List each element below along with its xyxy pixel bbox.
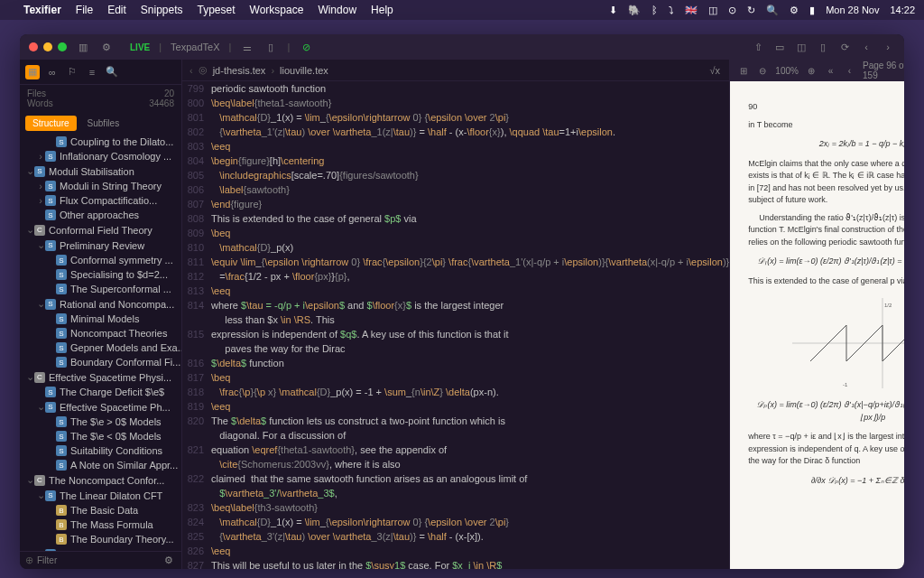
tree-item[interactable]: ›SFlux Compactificatio... [20, 193, 181, 208]
target-icon: ◎ [199, 64, 208, 76]
dropbox-icon[interactable]: ⬇ [609, 5, 617, 16]
titlebar: ▥ ⚙ LIVE | TexpadTeX | ⚌ ▯ | ⊘ ⇧ ▭ ◫ ▯ ⟳… [20, 34, 904, 60]
engine-label[interactable]: TexpadTeX [171, 42, 219, 52]
eq-num: 90 [748, 101, 904, 114]
eq2: 𝒟₁(x) = lim(ε→0) (ε/2π) ϑ'₁(z|τ)/ϑ₁(z|τ)… [748, 256, 904, 268]
prev-result-icon[interactable]: « [825, 63, 836, 78]
zoom-in-icon[interactable]: ⊕ [806, 63, 818, 78]
layout2-icon[interactable]: ◫ [794, 40, 808, 54]
menubar-date[interactable]: Mon 28 Nov [826, 5, 879, 15]
refresh-icon[interactable]: ⟳ [837, 40, 852, 54]
tree-item[interactable]: ⌄CThe Noncompact Confor... [20, 472, 181, 488]
folder-icon[interactable]: ▯ [263, 40, 278, 54]
menubar-time[interactable]: 14:22 [890, 5, 915, 15]
menu-typeset[interactable]: Typeset [198, 4, 236, 16]
grid-icon[interactable]: ⊞ [737, 63, 749, 78]
breadcrumb-file[interactable]: liouville.tex [280, 65, 328, 76]
tree-item[interactable]: SThe $\e < 0$ Models [20, 429, 181, 443]
tree-item[interactable]: ›SInflationary Cosmology ... [20, 149, 181, 163]
check-icon[interactable]: ⊘ [299, 40, 313, 54]
tree-item[interactable]: BThe Boundary Theory... [20, 532, 181, 546]
filter-input[interactable] [37, 555, 158, 565]
sidebar-toggle-icon[interactable]: ▥ [76, 40, 90, 54]
tree-item[interactable]: ›SModuli in String Theory [20, 179, 181, 193]
tree-item[interactable]: SA Note on Similar Appr... [20, 458, 181, 472]
tab-structure[interactable]: Structure [25, 116, 77, 131]
sliders-icon[interactable]: ⚌ [240, 40, 254, 54]
tree-item[interactable]: SThe $\e > 0$ Models [20, 415, 181, 429]
prev-icon[interactable]: ‹ [844, 63, 855, 78]
formula-icon[interactable]: √x [707, 63, 722, 78]
eq1: 2xⱼ = 2kⱼ/b = 1 − q/p − kⱼ√(p/q) [748, 138, 904, 151]
skip-icon[interactable]: ⤵ [669, 5, 674, 15]
app-window: ▥ ⚙ LIVE | TexpadTeX | ⚌ ▯ | ⊘ ⇧ ▭ ◫ ▯ ⟳… [20, 34, 904, 569]
settings-gear-icon[interactable]: ⚙ [162, 554, 176, 568]
preview-pane: ⊞ ⊖ 100% ⊕ « ‹ Page 96 of 159 › » ▣ ◫ ‖ … [729, 60, 904, 569]
wifi-icon[interactable]: ⊙ [728, 5, 736, 16]
zoom-level[interactable]: 100% [775, 66, 799, 76]
preview-p5: where τ = −q/p + iε and ⌊x⌋ is the large… [748, 431, 904, 468]
preview-p4: This is extended to the case of general … [748, 275, 904, 288]
link-icon[interactable]: ∞ [45, 65, 60, 79]
tab-subfiles[interactable]: Subfiles [80, 116, 127, 131]
layout1-icon[interactable]: ▭ [772, 40, 787, 54]
tree-item[interactable]: SGepner Models and Exa... [20, 340, 181, 355]
minimize-button[interactable] [43, 42, 52, 51]
eq4: ∂/∂x 𝒟ₚ(x) = −1 + Σₙ∈ℤ δ(px − n). [748, 475, 904, 488]
tree-item[interactable]: ⌄CConformal Field Theory [20, 222, 181, 238]
tree-item[interactable]: SCoupling to the Dilato... [20, 135, 181, 149]
filter-icon: ⊕ [25, 555, 33, 566]
tree-item[interactable]: ⌄SPreliminary Review [20, 238, 181, 253]
tag-icon[interactable]: ⚐ [65, 65, 79, 79]
tree-item[interactable]: ⌄SThe Linear Dilaton CFT [20, 488, 181, 503]
search-sidebar-icon[interactable]: 🔍 [105, 65, 119, 79]
refresh-icon[interactable]: ↻ [747, 5, 755, 16]
tree-item[interactable]: SSpecialising to $d=2... [20, 267, 181, 282]
words-label: Words [27, 98, 53, 108]
tree-item[interactable]: SThe Superconformal ... [20, 282, 181, 296]
chevron-right-icon[interactable]: › [881, 40, 895, 54]
svg-text:-1: -1 [843, 382, 848, 387]
search-icon[interactable]: 🔍 [766, 5, 779, 16]
tree-item[interactable]: SThe Charge Deficit $\e$ [20, 385, 181, 399]
tree-item[interactable]: SNoncompact Theories [20, 326, 181, 340]
nav-back-icon[interactable]: ‹ [189, 65, 193, 76]
tree-item[interactable]: SBoundary Conformal Fi... [20, 355, 181, 369]
menu-edit[interactable]: Edit [107, 4, 126, 16]
tree-item[interactable]: ⌄CEffective Spacetime Physi... [20, 369, 181, 385]
list-icon[interactable]: ≡ [85, 65, 99, 79]
files-view-icon[interactable]: ▦ [25, 65, 40, 79]
menu-snippets[interactable]: Snippets [141, 4, 183, 16]
control-icon[interactable]: ⚙ [790, 5, 799, 16]
zoom-out-icon[interactable]: ⊖ [756, 63, 768, 78]
tree-item[interactable]: SMinimal Models [20, 312, 181, 326]
tree-item[interactable]: BThe Basic Data [20, 503, 181, 517]
menu-workspace[interactable]: Workspace [250, 4, 304, 16]
tree-item[interactable]: SConformal symmetry ... [20, 253, 181, 267]
bluetooth-icon[interactable]: ᛒ [651, 5, 658, 15]
zoom-button[interactable] [58, 42, 67, 51]
menu-window[interactable]: Window [318, 4, 356, 16]
tree-item[interactable]: SSuitability Conditions [20, 443, 181, 458]
menu-help[interactable]: Help [371, 4, 393, 16]
code-editor[interactable]: 799periodic sawtooth function800\beq\lab… [182, 81, 729, 569]
breadcrumb-root[interactable]: jd-thesis.tex [213, 65, 266, 76]
tree-item[interactable]: ⌄SRational and Noncompa... [20, 296, 181, 312]
chevron-left-icon[interactable]: ‹ [859, 40, 873, 54]
close-button[interactable] [29, 42, 38, 51]
tree-item[interactable]: BThe Mass Formula [20, 517, 181, 532]
export-icon[interactable]: ⇧ [751, 40, 765, 54]
tree-item[interactable]: ⌄SEffective Spacetime Ph... [20, 399, 181, 415]
elephant-icon[interactable]: 🐘 [628, 5, 641, 16]
menu-file[interactable]: File [76, 4, 93, 16]
gear-icon[interactable]: ⚙ [99, 40, 114, 54]
flag-icon[interactable]: 🇬🇧 [685, 5, 698, 16]
tree-item[interactable]: ⌄SModuli Stabilisation [20, 163, 181, 179]
preview-body[interactable]: 90 in T become 2xⱼ = 2kⱼ/b = 1 − q/p − k… [730, 81, 904, 569]
editor-pane: ‹ ◎ jd-thesis.tex › liouville.tex √x 799… [182, 60, 729, 569]
battery-icon[interactable]: ▮ [809, 5, 815, 16]
app-name[interactable]: Texifier [23, 4, 61, 16]
layout3-icon[interactable]: ▯ [816, 40, 830, 54]
cast-icon[interactable]: ◫ [708, 5, 717, 16]
tree-item[interactable]: SOther approaches [20, 208, 181, 222]
